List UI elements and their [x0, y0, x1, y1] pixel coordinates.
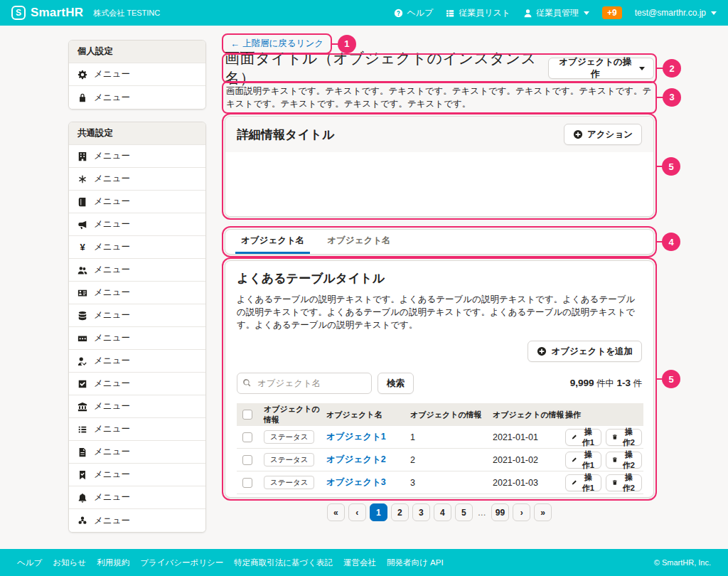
edit-label: 操作1 — [582, 449, 595, 471]
sidebar-item-label: メニュー — [94, 287, 130, 299]
pagination: « ‹ 1 2 3 4 5 … 99 › » — [237, 503, 642, 521]
sidebar-item-label: メニュー — [94, 264, 130, 276]
row-info-2: 2021-01-02 — [493, 455, 565, 465]
plus-circle-icon — [573, 129, 583, 139]
sidebar-item-label: メニュー — [94, 196, 130, 208]
sidebar-item-menu[interactable]: メニュー — [69, 327, 205, 350]
sidebar-item-label: メニュー — [94, 491, 130, 503]
action-button-label: アクション — [587, 129, 633, 141]
add-object-button[interactable]: オブジェクトを追加 — [528, 341, 642, 362]
pagination-next-button[interactable]: › — [513, 503, 530, 521]
pagination-last-button[interactable]: » — [534, 503, 552, 521]
add-object-label: オブジェクトを追加 — [551, 346, 633, 358]
smarthr-logo-icon: S — [11, 6, 26, 20]
pagination-first-button[interactable]: « — [327, 503, 345, 521]
row-checkbox[interactable] — [242, 478, 252, 488]
checkbox-icon — [77, 379, 87, 389]
result-unit-label: 件 — [633, 378, 643, 388]
delete-button[interactable]: 操作2 — [606, 429, 642, 446]
sidebar-item-menu[interactable]: メニュー — [69, 168, 205, 191]
footer-link-privacy[interactable]: プライバシーポリシー — [140, 558, 223, 568]
row-actions: 操作1 操作2 — [565, 474, 643, 491]
object-link[interactable]: オブジェクト1 — [326, 431, 410, 443]
row-actions: 操作1 操作2 — [565, 429, 643, 446]
footer-link-help[interactable]: ヘルプ — [17, 558, 42, 568]
footer-link-terms[interactable]: 利用規約 — [97, 558, 129, 568]
select-all-checkbox[interactable] — [242, 410, 252, 420]
pagination-page-2[interactable]: 2 — [391, 503, 409, 521]
sidebar: 個人設定 メニュー メニュー 共通設定 メニュー — [68, 40, 206, 545]
edit-button[interactable]: 操作1 — [565, 429, 601, 446]
sidebar-item-menu[interactable]: メニュー — [69, 395, 205, 418]
pagination-page-1[interactable]: 1 — [370, 503, 387, 521]
sidebar-item-menu[interactable]: メニュー — [69, 486, 205, 509]
annotation-marker-4: 4 — [662, 233, 680, 251]
row-actions: 操作1 操作2 — [565, 452, 643, 469]
row-checkbox[interactable] — [242, 432, 252, 442]
sidebar-item-menu[interactable]: メニュー — [69, 304, 205, 327]
footer-link-developer-api[interactable]: 開発者向け API — [387, 558, 444, 568]
company-name: 株式会社 TESTINC — [93, 8, 160, 18]
footer-link-commercial-law[interactable]: 特定商取引法に基づく表記 — [234, 558, 333, 568]
pagination-page-5[interactable]: 5 — [455, 503, 473, 521]
edit-button[interactable]: 操作1 — [565, 452, 601, 469]
search-button[interactable]: 検索 — [378, 373, 414, 394]
sidebar-item-menu[interactable]: メニュー — [69, 259, 205, 282]
sidebar-item-menu[interactable]: メニュー — [69, 418, 205, 441]
result-range: 1-3 — [617, 378, 631, 388]
document-icon — [77, 447, 87, 457]
object-action-dropdown-button[interactable]: オブジェクトの操作 — [548, 58, 654, 79]
smarthr-logo[interactable]: S SmartHR — [11, 6, 83, 20]
yen-icon: ¥ — [77, 242, 87, 252]
sidebar-item-menu[interactable]: メニュー — [69, 213, 205, 236]
object-link[interactable]: オブジェクト3 — [326, 476, 410, 489]
object-search-input[interactable] — [237, 373, 372, 394]
delete-button[interactable]: 操作2 — [606, 474, 642, 491]
chevron-down-icon — [711, 11, 717, 15]
pagination-prev-button[interactable]: ‹ — [348, 503, 366, 521]
sidebar-item-menu[interactable]: メニュー — [69, 464, 205, 486]
search-icon — [242, 378, 252, 388]
sidebar-item-menu[interactable]: メニュー — [69, 373, 205, 395]
sidebar-item-menu[interactable]: メニュー — [69, 63, 205, 86]
sidebar-item-label: メニュー — [94, 446, 130, 458]
chevron-down-icon — [639, 67, 645, 70]
row-checkbox[interactable] — [242, 455, 252, 465]
sidebar-section-title: 個人設定 — [69, 41, 205, 63]
tab-object-2[interactable]: オブジェクト名 — [321, 230, 396, 254]
pagination-page-4[interactable]: 4 — [434, 503, 451, 521]
sidebar-item-menu[interactable]: ¥ メニュー — [69, 236, 205, 259]
annotation-marker-2: 2 — [663, 59, 681, 78]
gear-icon — [77, 70, 87, 80]
sidebar-item-menu[interactable]: メニュー — [69, 350, 205, 373]
object-tabs: オブジェクト名 オブジェクト名 4 — [225, 229, 654, 255]
status-badge: ステータス — [264, 453, 314, 466]
action-button[interactable]: アクション — [564, 124, 642, 145]
pagination-page-3[interactable]: 3 — [412, 503, 430, 521]
sidebar-item-label: メニュー — [94, 68, 130, 80]
pagination-page-99[interactable]: 99 — [491, 503, 509, 521]
edit-button[interactable]: 操作1 — [565, 474, 601, 491]
sidebar-item-menu[interactable]: メニュー — [69, 441, 205, 464]
page-description: 画面説明テキストです。テキストです。テキストです。テキストです。テキストです。テ… — [225, 84, 654, 111]
sidebar-item-menu[interactable]: メニュー — [69, 145, 205, 168]
sidebar-item-label: メニュー — [94, 150, 130, 162]
circles-icon — [77, 516, 87, 526]
common-table-panel: よくあるテーブルタイトル よくあるテーブルの説明テキストです。よくあるテーブルの… — [225, 260, 654, 498]
tab-object-1[interactable]: オブジェクト名 — [235, 230, 310, 254]
status-badge: ステータス — [264, 476, 314, 489]
sidebar-item-menu[interactable]: メニュー — [69, 191, 205, 213]
footer-link-company[interactable]: 運営会社 — [343, 558, 376, 568]
sidebar-item-menu[interactable]: メニュー — [69, 282, 205, 304]
brand-name: SmartHR — [31, 6, 83, 20]
footer-link-news[interactable]: お知らせ — [53, 558, 86, 568]
bookmark-check-icon — [77, 470, 87, 480]
table-header-row: オブジェクトの情報 オブジェクト名 オブジェクトの情報 オブジェクトの情報 操作 — [237, 403, 643, 426]
sidebar-item-menu[interactable]: メニュー — [69, 86, 205, 109]
sidebar-section-personal: 個人設定 メニュー メニュー — [68, 40, 206, 110]
object-link[interactable]: オブジェクト2 — [326, 454, 410, 466]
main-content: ← 上階層に戻るリンク 1 画面タイトル（オブジェクトのインスタンス名） オブジ… — [225, 0, 654, 549]
sidebar-item-menu[interactable]: メニュー — [69, 509, 205, 532]
sidebar-item-label: メニュー — [94, 173, 130, 185]
delete-button[interactable]: 操作2 — [606, 452, 642, 469]
